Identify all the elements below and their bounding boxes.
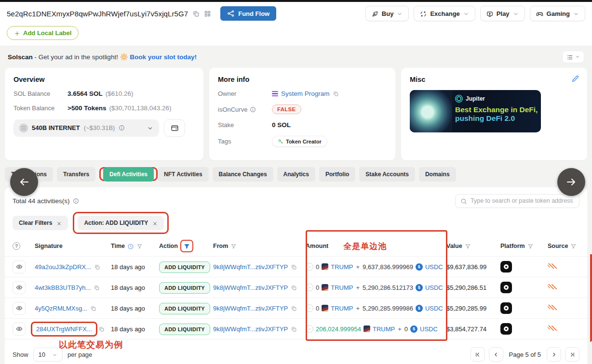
expand-amount-icon[interactable] <box>306 284 313 291</box>
value-filter-icon[interactable] <box>465 243 471 249</box>
time-filter-icon[interactable] <box>136 243 143 249</box>
source-icon[interactable] <box>547 283 557 291</box>
row-value: $9,637,836.99 <box>446 263 500 271</box>
preview-eye-button[interactable] <box>13 281 26 294</box>
signature-link[interactable]: 284UXTrgWNFFX... <box>36 325 92 333</box>
portfolio-button[interactable] <box>164 119 185 137</box>
token2-link[interactable]: USDC <box>425 263 443 271</box>
source-filter-icon[interactable] <box>570 243 577 249</box>
from-address-link[interactable]: 9k8jWWqfmT...ztivJXFTYP <box>213 284 288 291</box>
page-size-select[interactable]: 10 <box>33 348 63 362</box>
qr-code-icon[interactable] <box>204 10 211 17</box>
jupiter-brand: Jupiter <box>466 95 485 102</box>
plus-sign: + <box>355 305 360 312</box>
expand-amount-icon[interactable] <box>306 263 313 271</box>
preview-eye-button[interactable] <box>13 323 26 336</box>
amount-token2: 5,290,286.512173 <box>363 284 413 291</box>
token1-link[interactable]: TRUMP <box>331 263 353 271</box>
time-format-toggle-icon[interactable] <box>127 243 134 250</box>
source-icon[interactable] <box>547 325 557 332</box>
owner-link[interactable]: System Program <box>281 90 330 97</box>
annotation-box-action-filter: Action: ADD LIQUIDITY <box>73 212 169 234</box>
token2-link[interactable]: USDC <box>425 305 443 312</box>
copy-icon[interactable] <box>94 264 100 270</box>
token1-link[interactable]: TRUMP <box>331 284 353 291</box>
misc-title: Misc <box>410 76 579 83</box>
next-page-button[interactable] <box>547 347 561 362</box>
jupiter-ad-banner[interactable]: Jupiter Best Exchange in DeFi, pushing D… <box>410 90 541 132</box>
platform-icon[interactable] <box>500 302 512 314</box>
source-icon[interactable] <box>547 304 557 312</box>
expand-amount-icon[interactable] <box>306 325 313 333</box>
close-icon[interactable] <box>152 220 158 226</box>
tab-portfolio[interactable]: Portfolio <box>319 167 355 182</box>
token1-link[interactable]: TRUMP <box>331 305 353 312</box>
amount-token1: 0 <box>316 305 319 312</box>
copy-icon[interactable] <box>291 326 297 332</box>
copy-icon[interactable] <box>90 305 96 312</box>
tab-transfers[interactable]: Transfers <box>57 167 95 182</box>
action-badge: ADD LIQUIDITY <box>159 282 210 294</box>
signature-link[interactable]: 4wt3kBB3UTB7yh... <box>35 284 91 291</box>
buy-dropdown-button[interactable]: Buy <box>365 6 409 21</box>
expand-amount-icon[interactable] <box>306 304 313 312</box>
copy-icon[interactable] <box>291 264 297 270</box>
platform-filter-icon[interactable] <box>527 243 534 249</box>
tab-defi-activities[interactable]: Defi Activities <box>103 167 154 182</box>
view-options-button[interactable] <box>562 51 584 63</box>
token-creator-tag[interactable]: Token Creator <box>272 136 327 147</box>
carousel-right-arrow[interactable] <box>557 168 585 196</box>
copy-icon[interactable] <box>94 285 100 291</box>
source-icon[interactable] <box>547 262 557 270</box>
from-filter-icon[interactable] <box>230 243 237 249</box>
tab-analytics[interactable]: Analytics <box>277 167 315 182</box>
tab-balance-changes[interactable]: Balance Changes <box>213 167 273 182</box>
first-page-button[interactable] <box>471 347 485 362</box>
signature-link[interactable]: 49a2ouJ3kZpDRX... <box>35 263 91 271</box>
from-address-link[interactable]: 9k8jWWqfmT...ztivJXFTYP <box>213 305 288 312</box>
exchange-dropdown-button[interactable]: Exchange <box>414 6 475 21</box>
token1-link[interactable]: TRUMP <box>373 325 395 333</box>
gaming-dropdown-button[interactable]: Gaming <box>530 6 585 21</box>
action-filter-icon[interactable] <box>184 243 190 249</box>
copy-icon[interactable] <box>333 91 339 97</box>
edit-pencil-icon[interactable] <box>571 75 579 83</box>
clear-filters-chip[interactable]: Clear Filters <box>13 216 68 230</box>
platform-icon[interactable] <box>500 282 512 293</box>
token-balance-label: Token Balance <box>13 104 67 112</box>
prev-page-button[interactable] <box>489 347 503 362</box>
owner-label: Owner <box>218 90 272 97</box>
from-address-link[interactable]: 9k8jWWqfmT...ztivJXFTYP <box>213 325 288 333</box>
token-selector-dropdown[interactable]: 540B INTERNET (~$30.31B) <box>13 119 159 137</box>
copy-icon[interactable] <box>291 305 297 312</box>
amount-token2: 0 <box>404 325 408 333</box>
tab-nft-activities[interactable]: NFT Activities <box>158 167 209 182</box>
from-address-link[interactable]: 9k8jWWqfmT...ztivJXFTYP <box>213 263 288 271</box>
copy-icon[interactable] <box>291 285 297 291</box>
platform-icon[interactable] <box>500 323 512 335</box>
tab-domains[interactable]: Domains <box>419 167 456 182</box>
add-local-label-button[interactable]: Add Local Label <box>7 26 79 40</box>
copy-address-icon[interactable] <box>192 10 200 17</box>
info-icon <box>73 198 79 204</box>
action-filter-chip[interactable]: Action: ADD LIQUIDITY <box>78 216 164 230</box>
platform-icon[interactable] <box>500 261 512 273</box>
copy-icon[interactable] <box>98 326 105 332</box>
token2-link[interactable]: USDC <box>425 284 443 291</box>
last-page-button[interactable] <box>565 347 579 362</box>
token-search-input[interactable] <box>471 197 574 204</box>
col-action: Action <box>159 243 178 249</box>
preview-eye-button[interactable] <box>13 260 26 273</box>
close-icon[interactable] <box>56 220 62 226</box>
book-slot-link[interactable]: Book your slot today! <box>130 53 197 61</box>
amount-token2: 9,637,836.999969 <box>363 263 413 271</box>
play-dropdown-button[interactable]: Play <box>480 6 525 21</box>
help-icon[interactable]: ? <box>13 242 20 250</box>
preview-eye-button[interactable] <box>13 302 26 315</box>
fund-flow-button[interactable]: Fund Flow <box>220 6 276 21</box>
tab-stake-accounts[interactable]: Stake Accounts <box>359 167 415 182</box>
signature-link[interactable]: 4y5QzRMLMXsg... <box>35 305 87 312</box>
row-value: $3,854,727.74 <box>446 325 500 333</box>
token2-link[interactable]: USDC <box>420 325 438 333</box>
carousel-left-arrow[interactable] <box>10 168 38 196</box>
